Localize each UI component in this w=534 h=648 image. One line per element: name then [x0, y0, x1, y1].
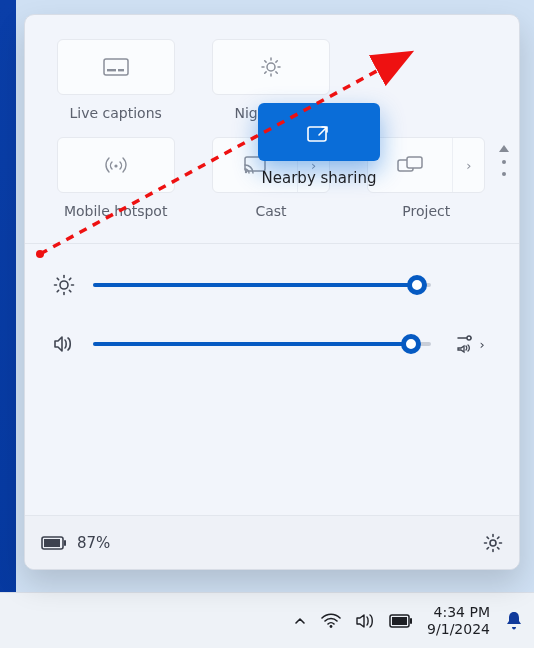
svg-line-28 [69, 278, 70, 279]
page-dot [502, 172, 506, 176]
audio-mixer-icon [455, 334, 477, 354]
tray-overflow-chevron-icon[interactable] [293, 614, 307, 628]
chevron-right-icon: › [466, 158, 471, 173]
audio-output-button[interactable]: › [447, 334, 493, 354]
svg-point-0 [330, 625, 333, 628]
quick-settings-panel: Live captions Night light Mobile hotspot [24, 14, 520, 570]
sliders-section: › [25, 243, 519, 376]
svg-rect-34 [64, 540, 66, 546]
tile-live-captions: Live captions [47, 39, 184, 127]
svg-rect-2 [392, 617, 407, 625]
night-light-button[interactable] [212, 39, 330, 95]
page-indicators[interactable] [499, 145, 509, 176]
wifi-icon[interactable] [321, 613, 341, 629]
svg-point-7 [267, 63, 275, 71]
svg-rect-3 [410, 618, 412, 624]
live-captions-label: Live captions [70, 105, 162, 127]
svg-point-31 [467, 336, 471, 340]
mobile-hotspot-label: Mobile hotspot [64, 203, 168, 225]
battery-icon[interactable] [389, 614, 413, 628]
quick-settings-footer: 87% [25, 515, 519, 569]
nearby-sharing-button-dragging[interactable] [258, 103, 380, 161]
taskbar: 4:34 PM 9/1/2024 [0, 592, 534, 648]
brightness-slider[interactable] [93, 275, 431, 295]
gear-icon [483, 533, 503, 553]
svg-rect-4 [104, 59, 128, 75]
share-icon [306, 121, 332, 143]
brightness-icon [51, 274, 77, 296]
cast-label: Cast [255, 203, 286, 225]
svg-line-15 [265, 72, 266, 73]
project-icon [397, 156, 423, 174]
svg-line-26 [57, 278, 58, 279]
desktop-wallpaper-strip [0, 0, 16, 648]
svg-rect-33 [44, 539, 60, 547]
volume-slider[interactable] [93, 334, 431, 354]
live-captions-button[interactable] [57, 39, 175, 95]
nearby-sharing-label: Nearby sharing [246, 169, 392, 187]
clock[interactable]: 4:34 PM 9/1/2024 [427, 604, 490, 636]
scroll-up-icon [499, 145, 509, 152]
brightness-low-icon [260, 56, 282, 78]
clock-time: 4:34 PM [427, 604, 490, 620]
volume-slider-row: › [51, 334, 493, 354]
brightness-slider-row [51, 274, 493, 296]
speaker-icon [51, 335, 77, 353]
svg-line-14 [276, 61, 277, 62]
svg-line-13 [276, 72, 277, 73]
svg-rect-5 [107, 69, 116, 71]
svg-line-12 [265, 61, 266, 62]
system-tray [293, 613, 413, 629]
svg-rect-6 [118, 69, 124, 71]
clock-date: 9/1/2024 [427, 621, 490, 637]
svg-rect-36 [308, 127, 326, 141]
hotspot-icon [104, 155, 128, 175]
svg-line-29 [57, 290, 58, 291]
notifications-bell-icon[interactable] [504, 610, 524, 632]
battery-percent: 87% [77, 534, 110, 552]
svg-point-35 [490, 540, 496, 546]
svg-point-16 [114, 164, 117, 167]
battery-icon [41, 536, 67, 550]
svg-line-27 [69, 290, 70, 291]
battery-status[interactable]: 87% [41, 534, 110, 552]
project-label: Project [402, 203, 450, 225]
svg-rect-20 [407, 157, 422, 168]
captions-icon [103, 58, 129, 76]
speaker-icon[interactable] [355, 613, 375, 629]
settings-button[interactable] [483, 533, 503, 553]
svg-point-21 [60, 281, 68, 289]
chevron-right-icon: › [479, 337, 484, 352]
project-expand[interactable]: › [452, 138, 484, 192]
page-dot [502, 160, 506, 164]
mobile-hotspot-button[interactable] [57, 137, 175, 193]
tile-mobile-hotspot: Mobile hotspot [47, 137, 184, 225]
